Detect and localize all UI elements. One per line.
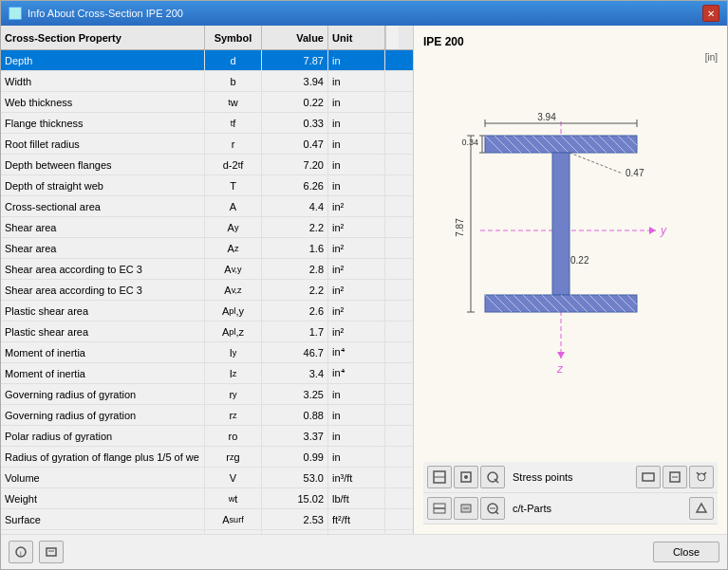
table-row[interactable]: Weightwt15.02lb/ft	[1, 488, 413, 509]
table-row[interactable]: Governing radius of gyrationry3.25in	[1, 384, 413, 405]
table-row[interactable]: Web thicknesstw0.22in	[1, 92, 413, 113]
cell-unit: in⁴	[328, 342, 385, 362]
cell-value: 3.37	[262, 426, 328, 446]
cell-property: Root fillet radius	[1, 134, 205, 154]
table-section: Cross-Section Property Symbol Value Unit…	[1, 26, 414, 534]
cell-value: 2.2	[262, 217, 328, 237]
cell-property: Flange thickness	[1, 113, 205, 133]
tool-btn-8[interactable]	[454, 497, 478, 520]
cell-symbol: Av,y	[205, 259, 262, 279]
table-row[interactable]: Shear area according to EC 3Av,z2.2in²	[1, 280, 413, 301]
col-property-header: Cross-Section Property	[1, 26, 205, 49]
table-row[interactable]: Root fillet radiusr0.47in	[1, 134, 413, 155]
z-label: z	[556, 362, 564, 376]
cell-property: Weight	[1, 488, 205, 508]
col-symbol-header: Symbol	[205, 26, 262, 49]
cell-symbol: Av,z	[205, 280, 262, 300]
depth-label: 7.87	[455, 218, 465, 237]
tool-btn-10[interactable]	[689, 497, 714, 520]
table-row[interactable]: VolumeV53.0in³/ft	[1, 468, 413, 488]
cell-value: 7.20	[262, 155, 328, 175]
table-body[interactable]: Depthd7.87inWidthb3.94inWeb thicknesstw0…	[1, 50, 413, 534]
cell-value: 46.7	[262, 342, 328, 362]
tool-btn-9[interactable]	[480, 497, 505, 520]
cell-property: Surface	[1, 509, 205, 529]
main-window: Info About Cross-Section IPE 200 ✕ Cross…	[0, 0, 728, 570]
cell-property: Governing radius of gyration	[1, 405, 205, 425]
tool-btn-1[interactable]	[427, 466, 452, 488]
web	[552, 153, 569, 295]
tool-btn-2[interactable]	[454, 466, 478, 488]
title-bar-left: Info About Cross-Section IPE 200	[9, 7, 183, 20]
toolbar-row-1: Stress points	[423, 462, 718, 493]
table-row[interactable]: Plastic shear areaApl,y2.6in²	[1, 301, 413, 322]
cell-symbol: d-2tf	[205, 155, 262, 175]
cell-property: Depth between flanges	[1, 155, 205, 175]
cell-unit: in⁴	[328, 363, 385, 383]
title-bar: Info About Cross-Section IPE 200 ✕	[1, 1, 727, 26]
tool-btn-3[interactable]	[480, 466, 505, 488]
cell-property: Polar radius of gyration	[1, 426, 205, 446]
cell-symbol: T	[205, 175, 262, 195]
tool-btn-7[interactable]	[427, 497, 452, 520]
web-label: 0.22	[570, 255, 589, 266]
table-row[interactable]: Depth between flangesd-2tf7.20in	[1, 155, 413, 175]
cell-symbol: A	[205, 196, 262, 216]
cell-property: Shear area according to EC 3	[1, 280, 205, 300]
col-value-header: Value	[262, 26, 328, 49]
table-row[interactable]: SurfaceAsurf2.53ft²/ft	[1, 509, 413, 530]
cell-value: 0.47	[262, 134, 328, 154]
footer-btn-2[interactable]	[39, 541, 64, 563]
svg-point-43	[464, 475, 468, 479]
table-row[interactable]: Polar radius of gyrationro3.37in	[1, 426, 413, 447]
title-close-button[interactable]: ✕	[702, 5, 719, 22]
svg-line-50	[697, 472, 700, 475]
table-row[interactable]: Moment of inertiaIz3.4in⁴	[1, 363, 413, 384]
cell-unit: in	[328, 113, 385, 133]
table-row[interactable]: Cross-sectional areaA4.4in²	[1, 196, 413, 217]
z-arrow	[557, 352, 565, 359]
cell-unit: in	[328, 50, 385, 70]
stress-points-label: Stress points	[513, 471, 573, 483]
table-row[interactable]: Widthb3.94in	[1, 71, 413, 92]
table-row[interactable]: Shear area according to EC 3Av,y2.8in²	[1, 259, 413, 280]
table-row[interactable]: Plastic shear areaApl,z1.7in²	[1, 322, 413, 342]
close-button[interactable]: Close	[653, 542, 719, 562]
cell-property: Moment of inertia	[1, 342, 205, 362]
tool-btn-4[interactable]	[636, 466, 661, 488]
table-row[interactable]: Flange thicknesstf0.33in	[1, 113, 413, 134]
tool-btn-5[interactable]	[663, 466, 687, 488]
footer-btn-1[interactable]: i	[9, 541, 33, 563]
cell-unit: in	[328, 92, 385, 112]
cell-value: 3.94	[262, 71, 328, 91]
table-row[interactable]: Shear areaAy2.2in²	[1, 217, 413, 238]
cell-property: Depth of straight web	[1, 175, 205, 195]
table-row[interactable]: Shear areaAz1.6in²	[1, 238, 413, 259]
col-unit-header: Unit	[328, 26, 385, 49]
cell-value: 1.6	[262, 238, 328, 258]
cell-symbol: Iy	[205, 342, 262, 362]
table-row[interactable]: Governing radius of gyrationrz0.88in	[1, 405, 413, 426]
cell-property: Cross-sectional area	[1, 196, 205, 216]
toolbar-row-2: c/t-Parts	[423, 493, 718, 524]
cell-value: 2.53	[262, 509, 328, 529]
cell-unit: ft²/ft	[328, 509, 385, 529]
table-row[interactable]: Moment of inertiaIy46.7in⁴	[1, 342, 413, 363]
cell-value: 15.02	[262, 488, 328, 508]
svg-line-51	[703, 472, 706, 475]
cell-value: 4.4	[262, 196, 328, 216]
ct-parts-label: c/t-Parts	[513, 503, 551, 514]
cell-symbol: ry	[205, 384, 262, 404]
table-row[interactable]: Depth of straight webT6.26in	[1, 175, 413, 196]
cell-symbol: b	[205, 71, 262, 91]
tool-btn-6[interactable]	[689, 466, 714, 488]
cell-value: 3.4	[262, 363, 328, 383]
table-row[interactable]: Depthd7.87in	[1, 50, 413, 71]
cell-property: Governing radius of gyration	[1, 384, 205, 404]
cell-symbol: r	[205, 134, 262, 154]
table-row[interactable]: Radius of gyration of flange plus 1/5 of…	[1, 447, 413, 468]
diagram-title: IPE 200	[423, 35, 464, 48]
cell-value: 53.0	[262, 468, 328, 487]
cell-unit: in	[328, 175, 385, 195]
cell-symbol: Apl,y	[205, 301, 262, 321]
